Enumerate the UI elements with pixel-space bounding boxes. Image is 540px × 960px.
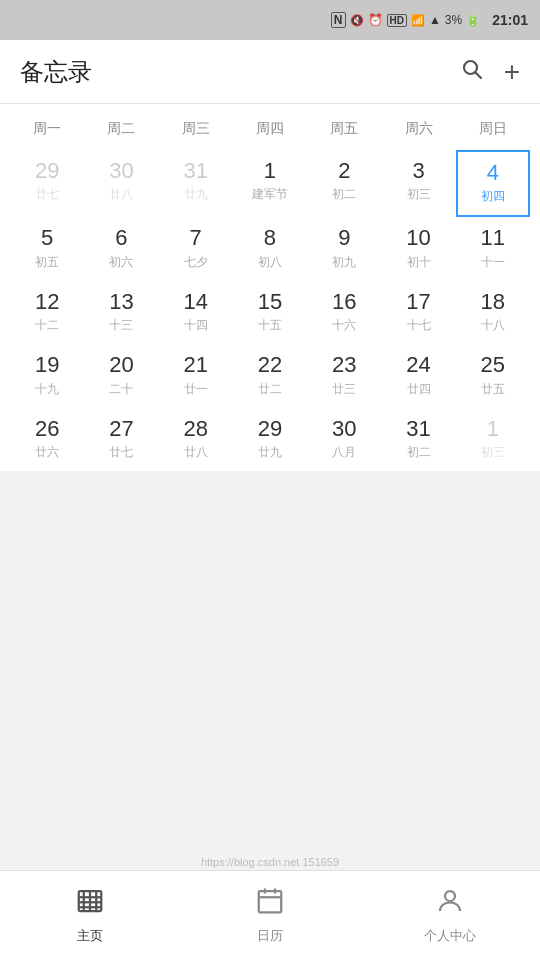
weekday-label: 周日 xyxy=(456,116,530,142)
day-number: 27 xyxy=(109,416,133,442)
day-lunar: 初五 xyxy=(35,254,59,271)
wifi-icon: 📶 xyxy=(411,14,425,27)
day-number: 8 xyxy=(264,225,276,251)
day-cell[interactable]: 21廿一 xyxy=(159,344,233,407)
day-cell[interactable]: 3初三 xyxy=(381,150,455,217)
day-cell[interactable]: 31初二 xyxy=(381,408,455,471)
day-cell[interactable]: 28廿八 xyxy=(159,408,233,471)
day-cell[interactable]: 24廿四 xyxy=(381,344,455,407)
day-lunar: 廿九 xyxy=(258,444,282,461)
day-cell[interactable]: 11十一 xyxy=(456,217,530,280)
day-cell[interactable]: 25廿五 xyxy=(456,344,530,407)
day-lunar: 廿二 xyxy=(258,381,282,398)
day-number: 4 xyxy=(487,160,499,186)
day-lunar: 十五 xyxy=(258,317,282,334)
day-lunar: 廿八 xyxy=(109,186,133,203)
nav-home[interactable]: 主页 xyxy=(0,886,180,945)
day-number: 13 xyxy=(109,289,133,315)
svg-rect-12 xyxy=(259,891,282,912)
day-lunar: 初三 xyxy=(481,444,505,461)
day-cell[interactable]: 1建军节 xyxy=(233,150,307,217)
day-cell[interactable]: 19十九 xyxy=(10,344,84,407)
day-number: 2 xyxy=(338,158,350,184)
svg-point-16 xyxy=(445,891,455,901)
day-cell[interactable]: 1初三 xyxy=(456,408,530,471)
day-cell[interactable]: 10初十 xyxy=(381,217,455,280)
day-number: 9 xyxy=(338,225,350,251)
day-cell[interactable]: 15十五 xyxy=(233,281,307,344)
day-cell[interactable]: 7七夕 xyxy=(159,217,233,280)
day-lunar: 建军节 xyxy=(252,186,288,203)
weekday-label: 周五 xyxy=(307,116,381,142)
weekday-label: 周三 xyxy=(159,116,233,142)
day-cell[interactable]: 17十七 xyxy=(381,281,455,344)
nav-home-label: 主页 xyxy=(77,927,103,945)
day-number: 11 xyxy=(481,225,505,251)
nav-profile[interactable]: 个人中心 xyxy=(360,886,540,945)
day-cell[interactable]: 23廿三 xyxy=(307,344,381,407)
day-cell[interactable]: 8初八 xyxy=(233,217,307,280)
day-number: 30 xyxy=(109,158,133,184)
weekday-label: 周六 xyxy=(381,116,455,142)
hd-icon: HD xyxy=(387,14,407,27)
day-lunar: 七夕 xyxy=(184,254,208,271)
alarm-icon: ⏰ xyxy=(368,13,383,27)
day-cell[interactable]: 29廿七 xyxy=(10,150,84,217)
day-lunar: 十四 xyxy=(184,317,208,334)
day-cell[interactable]: 12十二 xyxy=(10,281,84,344)
day-cell[interactable]: 29廿九 xyxy=(233,408,307,471)
day-lunar: 廿七 xyxy=(35,186,59,203)
day-number: 22 xyxy=(258,352,282,378)
day-number: 23 xyxy=(332,352,356,378)
day-lunar: 十六 xyxy=(332,317,356,334)
day-number: 10 xyxy=(406,225,430,251)
battery-icon: 🔋 xyxy=(466,14,480,27)
day-lunar: 廿九 xyxy=(184,186,208,203)
day-cell[interactable]: 13十三 xyxy=(84,281,158,344)
day-cell[interactable]: 18十八 xyxy=(456,281,530,344)
day-lunar: 廿一 xyxy=(184,381,208,398)
day-lunar: 初六 xyxy=(109,254,133,271)
home-icon xyxy=(75,886,105,923)
day-number: 25 xyxy=(481,352,505,378)
day-cell[interactable]: 14十四 xyxy=(159,281,233,344)
day-cell[interactable]: 9初九 xyxy=(307,217,381,280)
day-cell[interactable]: 6初六 xyxy=(84,217,158,280)
day-lunar: 初八 xyxy=(258,254,282,271)
day-lunar: 廿五 xyxy=(481,381,505,398)
day-cell[interactable]: 16十六 xyxy=(307,281,381,344)
day-cell[interactable]: 4初四 xyxy=(456,150,530,217)
day-number: 12 xyxy=(35,289,59,315)
status-bar: N 🔇 ⏰ HD 📶 ▲ 3% 🔋 21:01 xyxy=(0,0,540,40)
status-icons: N 🔇 ⏰ HD 📶 ▲ 3% 🔋 21:01 xyxy=(331,12,528,28)
nav-calendar[interactable]: 日历 xyxy=(180,886,360,945)
clock: 21:01 xyxy=(492,12,528,28)
day-number: 31 xyxy=(183,158,207,184)
day-cell[interactable]: 30廿八 xyxy=(84,150,158,217)
search-icon[interactable] xyxy=(460,57,484,87)
watermark: https://blog.csdn.net 151659 xyxy=(201,856,339,868)
day-cell[interactable]: 20二十 xyxy=(84,344,158,407)
day-number: 5 xyxy=(41,225,53,251)
day-number: 14 xyxy=(183,289,207,315)
day-number: 29 xyxy=(258,416,282,442)
day-lunar: 初三 xyxy=(407,186,431,203)
svg-line-1 xyxy=(475,72,481,78)
day-cell[interactable]: 5初五 xyxy=(10,217,84,280)
day-number: 29 xyxy=(35,158,59,184)
day-number: 28 xyxy=(183,416,207,442)
day-cell[interactable]: 26廿六 xyxy=(10,408,84,471)
calendar-grid: 29廿七30廿八31廿九1建军节2初二3初三4初四5初五6初六7七夕8初八9初九… xyxy=(10,150,530,471)
day-cell[interactable]: 27廿七 xyxy=(84,408,158,471)
day-cell[interactable]: 31廿九 xyxy=(159,150,233,217)
day-cell[interactable]: 30八月 xyxy=(307,408,381,471)
day-lunar: 初二 xyxy=(332,186,356,203)
day-lunar: 廿四 xyxy=(407,381,431,398)
day-lunar: 初十 xyxy=(407,254,431,271)
day-lunar: 十八 xyxy=(481,317,505,334)
bottom-nav: 主页 日历 个人中心 xyxy=(0,870,540,960)
person-icon xyxy=(435,886,465,923)
add-button[interactable]: + xyxy=(504,56,520,88)
day-cell[interactable]: 2初二 xyxy=(307,150,381,217)
day-cell[interactable]: 22廿二 xyxy=(233,344,307,407)
